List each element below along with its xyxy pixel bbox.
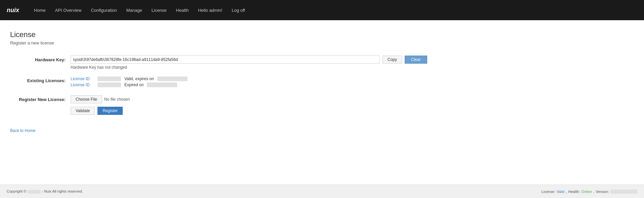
license2-status: Expired on [124,82,144,87]
choose-file-button[interactable]: Choose File [71,95,102,103]
register-license-label: Register New License: [17,95,71,102]
no-file-label: No file chosen [104,97,130,102]
footer-version-value [610,190,637,194]
clear-button[interactable]: Clear [405,56,427,64]
nav-hello-admin[interactable]: Hello admin! [193,1,227,20]
copyright-text: Copyright © [7,189,26,193]
footer-license-prefix: License: [541,190,555,194]
footer: Copyright © - Nuix All rights reserved. … [0,185,644,198]
nav-health[interactable]: Health [171,1,194,20]
license2-date-value [147,82,177,87]
footer-version-prefix: Version: [596,190,609,194]
brand-logo: nuix [7,7,19,14]
copyright-year-value [27,190,41,194]
footer-copyright: Copyright © - Nuix All rights reserved. [7,189,83,194]
license-row-1: License ID Valid, expires on [71,76,634,81]
hardware-key-content: Copy Clear Hardware Key has not changed [71,56,634,70]
copy-button[interactable]: Copy [383,56,402,64]
file-input-row: Choose File No file chosen [71,95,634,103]
nav-home[interactable]: Home [29,1,50,20]
license1-id-label: License ID [71,76,94,81]
action-buttons: Validate Register [71,107,634,115]
existing-licenses-row: Existing Licenses: License ID Valid, exp… [17,76,634,89]
back-to-home-link[interactable]: Back to Home [10,128,35,133]
hardware-key-input[interactable] [71,56,380,64]
nav-logoff[interactable]: Log off [227,1,250,20]
nav-manage[interactable]: Manage [122,1,147,20]
footer-health-value: Online [581,190,592,194]
hardware-key-note: Hardware Key has not changed [71,65,634,70]
license-row-2: License ID Expired on [71,82,634,87]
license2-id-label: License ID [71,82,94,87]
license2-id-value [97,82,121,87]
licenses-content: License ID Valid, expires on License ID … [71,76,634,89]
register-license-content: Choose File No file chosen Validate Regi… [71,95,634,115]
hardware-key-input-row: Copy Clear [71,56,634,64]
nav-configuration[interactable]: Configuration [86,1,121,20]
license1-id-value [97,76,121,81]
nav-api-overview[interactable]: API Overview [50,1,86,20]
footer-license-value: Valid [557,190,565,194]
main-content: License Register a new license Hardware … [0,20,644,185]
footer-health-prefix: Health: [568,190,580,194]
copyright-suffix: - Nuix All rights reserved. [42,189,83,193]
navbar: nuix Home API Overview Configuration Man… [0,0,644,20]
license1-status: Valid, expires on [124,76,154,81]
page-subtitle: Register a new license [10,40,634,45]
license-form: Hardware Key: Copy Clear Hardware Key ha… [17,56,634,115]
license1-date-value [157,76,188,81]
hardware-key-row: Hardware Key: Copy Clear Hardware Key ha… [17,56,634,70]
existing-licenses-label: Existing Licenses: [17,76,71,83]
page-title: License [10,30,634,39]
hardware-key-label: Hardware Key: [17,56,71,62]
validate-button[interactable]: Validate [71,107,95,115]
register-license-row: Register New License: Choose File No fil… [17,95,634,115]
nav-menu: Home API Overview Configuration Manage L… [29,1,250,20]
register-button[interactable]: Register [97,107,123,115]
footer-status: License: Valid, Health: Online, Version: [541,190,637,194]
nav-license[interactable]: License [147,1,171,20]
